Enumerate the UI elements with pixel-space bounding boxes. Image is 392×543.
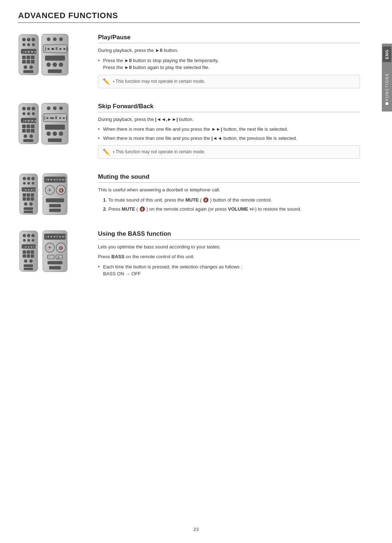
page-title: ADVANCED FUNCTIONS — [18, 11, 360, 23]
svg-point-38 — [27, 112, 30, 115]
bass-intro-2: Press BASS on the remote control of this… — [98, 253, 360, 260]
svg-point-110 — [24, 259, 27, 263]
remote-large-4: |◄◄ ►II ►►| + 🔇 ─ 🔈 — [41, 230, 69, 272]
svg-rect-75 — [23, 193, 26, 196]
svg-point-58 — [47, 106, 50, 110]
svg-point-36 — [32, 107, 35, 110]
svg-point-96 — [23, 234, 26, 237]
svg-rect-15 — [22, 60, 26, 64]
svg-rect-78 — [26, 197, 30, 200]
svg-rect-107 — [26, 254, 30, 258]
svg-text:🔇: 🔇 — [59, 188, 64, 193]
svg-point-26 — [53, 37, 57, 41]
skip-note: ✏️ ▪ This function may not operate in ce… — [98, 145, 360, 159]
svg-text:►►|: ►►| — [31, 50, 38, 53]
svg-text:►II: ►II — [52, 46, 58, 51]
svg-point-70 — [23, 182, 25, 185]
svg-point-51 — [29, 134, 33, 138]
svg-rect-106 — [31, 250, 34, 254]
svg-point-30 — [53, 62, 57, 67]
bullet-item: Press the ►II button to stop playing the… — [98, 57, 360, 71]
svg-point-71 — [27, 182, 30, 185]
svg-point-18 — [29, 65, 33, 69]
svg-point-25 — [47, 37, 50, 41]
svg-rect-52 — [23, 139, 33, 142]
svg-point-2 — [27, 38, 30, 41]
svg-point-37 — [23, 112, 25, 115]
svg-rect-76 — [26, 193, 30, 196]
play-pause-note: ✏️ ▪ This function may not operate in ce… — [98, 75, 360, 88]
play-pause-bullets: Press the ►II button to stop playing the… — [98, 57, 360, 71]
svg-rect-83 — [24, 207, 33, 210]
note-text: ▪ This function may not operate in certa… — [113, 78, 205, 85]
svg-rect-125 — [48, 261, 62, 264]
svg-point-60 — [59, 106, 63, 110]
svg-point-97 — [27, 234, 30, 237]
mute-numbered: 1. To mute sound of this unit, press the… — [98, 196, 360, 213]
remote-small-4: |◄◄ ►II ►►| — [18, 230, 39, 272]
svg-rect-65 — [48, 138, 62, 142]
svg-rect-109 — [31, 254, 34, 258]
svg-rect-28 — [45, 56, 65, 61]
svg-text:─: ─ — [48, 256, 51, 259]
remote-small-1: |◄◄ ►II ►►| — [18, 34, 39, 76]
svg-point-67 — [23, 177, 26, 180]
svg-text:►►|: ►►| — [31, 119, 38, 122]
remote-container-4: |◄◄ ►II ►►| — [18, 230, 87, 281]
bass-intro-1: Lets you optimise the bass sound accordi… — [98, 243, 360, 251]
svg-rect-48 — [22, 129, 26, 133]
svg-point-3 — [32, 38, 35, 41]
svg-rect-47 — [26, 129, 30, 133]
remote-large-1: |◄◄ ►II ►►| — [41, 34, 69, 76]
svg-point-100 — [27, 239, 30, 241]
svg-point-34 — [22, 107, 26, 110]
svg-point-59 — [53, 106, 57, 110]
svg-rect-112 — [24, 264, 33, 267]
page-content: ADVANCED FUNCTIONS — [0, 0, 382, 310]
svg-text:🔇: 🔇 — [59, 246, 63, 250]
svg-text:►II: ►II — [52, 116, 57, 120]
bullet-item-bass: Each time the button is pressed, the sel… — [98, 263, 360, 277]
functions-dot — [385, 102, 388, 105]
section-mute: |◄◄ ►II ►►| — [18, 173, 360, 216]
svg-rect-80 — [31, 197, 34, 200]
svg-point-69 — [31, 177, 34, 180]
svg-rect-44 — [22, 125, 26, 128]
skip-intro: During playback, press the |◄◄,►►| butto… — [98, 116, 360, 123]
svg-text:|◄◄ ►II ►►|: |◄◄ ►II ►►| — [24, 188, 39, 191]
svg-point-17 — [24, 65, 27, 69]
svg-rect-126 — [49, 266, 61, 269]
svg-rect-16 — [31, 60, 34, 64]
svg-point-29 — [46, 62, 51, 67]
svg-point-82 — [29, 202, 33, 206]
svg-rect-46 — [31, 125, 34, 128]
bass-title: Using the BASS function — [98, 230, 360, 240]
svg-point-64 — [59, 131, 63, 136]
note-icon: ✏️ — [103, 78, 110, 85]
remote-small-3: |◄◄ ►II ►►| — [18, 173, 39, 215]
section-play-pause: |◄◄ ►II ►►| — [18, 34, 360, 88]
note-text-2: ▪ This function may not operate in certa… — [113, 149, 205, 155]
bass-bullets: Each time the button is pressed, the sel… — [98, 263, 360, 277]
mute-title: Muting the sound — [98, 173, 360, 183]
svg-point-99 — [23, 239, 25, 241]
svg-rect-94 — [49, 209, 61, 212]
svg-text:►►|: ►►| — [59, 46, 68, 51]
skip-title: Skip Forward/Back — [98, 103, 360, 112]
svg-point-68 — [27, 177, 30, 180]
remote-container-1: |◄◄ ►II ►►| — [18, 34, 87, 88]
page-number: 23 — [193, 527, 199, 532]
section-bass: |◄◄ ►II ►►| — [18, 230, 360, 281]
svg-rect-77 — [31, 193, 34, 196]
svg-rect-32 — [48, 69, 62, 73]
svg-point-5 — [27, 43, 30, 46]
svg-rect-61 — [45, 125, 65, 130]
remote-large-2: |◄◄ ►II ►►| — [41, 103, 69, 145]
svg-point-111 — [29, 259, 33, 263]
play-pause-title: Play/Pause — [98, 34, 360, 43]
svg-text:+: + — [48, 187, 52, 193]
svg-point-50 — [24, 134, 27, 138]
svg-rect-19 — [23, 70, 33, 73]
svg-point-1 — [22, 38, 26, 41]
mute-content: Muting the sound This is useful when ans… — [98, 173, 360, 216]
